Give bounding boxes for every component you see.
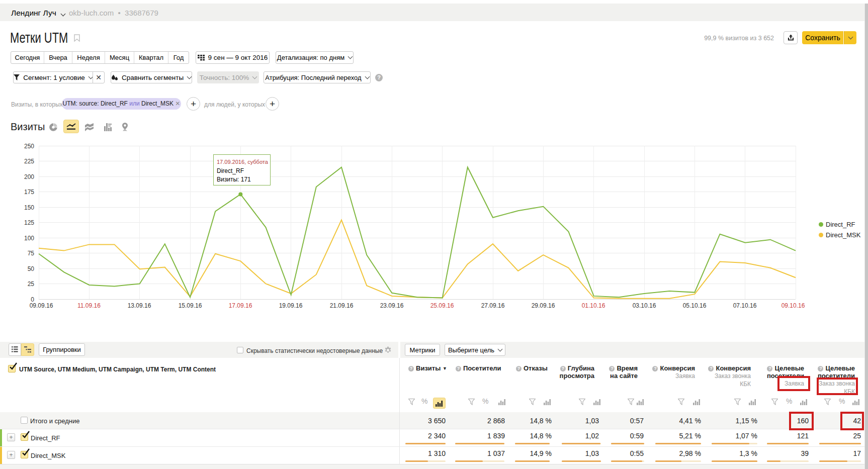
svg-text:100: 100 <box>24 235 34 242</box>
svg-text:07.10.16: 07.10.16 <box>733 302 757 309</box>
svg-text:09.10.16: 09.10.16 <box>782 302 805 309</box>
svg-text:01.10.16: 01.10.16 <box>582 302 605 309</box>
svg-text:225: 225 <box>24 158 34 165</box>
svg-text:25.09.16: 25.09.16 <box>430 302 454 309</box>
svg-text:19.09.16: 19.09.16 <box>279 302 303 309</box>
svg-text:50: 50 <box>28 265 35 272</box>
svg-text:25: 25 <box>28 280 35 288</box>
svg-text:17.09.16: 17.09.16 <box>229 302 252 309</box>
svg-text:125: 125 <box>24 219 34 226</box>
svg-text:05.10.16: 05.10.16 <box>683 302 707 309</box>
svg-text:200: 200 <box>24 173 34 180</box>
svg-text:15.09.16: 15.09.16 <box>179 302 202 309</box>
svg-text:75: 75 <box>28 250 35 257</box>
svg-text:29.09.16: 29.09.16 <box>532 302 555 309</box>
svg-text:250: 250 <box>24 143 34 150</box>
svg-text:23.09.16: 23.09.16 <box>380 302 404 309</box>
svg-text:27.09.16: 27.09.16 <box>481 302 505 309</box>
svg-text:03.10.16: 03.10.16 <box>633 302 656 309</box>
svg-text:09.09.16: 09.09.16 <box>30 302 53 309</box>
svg-text:175: 175 <box>24 189 34 196</box>
svg-text:150: 150 <box>24 204 34 211</box>
svg-text:13.09.16: 13.09.16 <box>128 302 151 309</box>
svg-text:21.09.16: 21.09.16 <box>330 302 354 309</box>
svg-text:11.09.16: 11.09.16 <box>77 302 101 309</box>
